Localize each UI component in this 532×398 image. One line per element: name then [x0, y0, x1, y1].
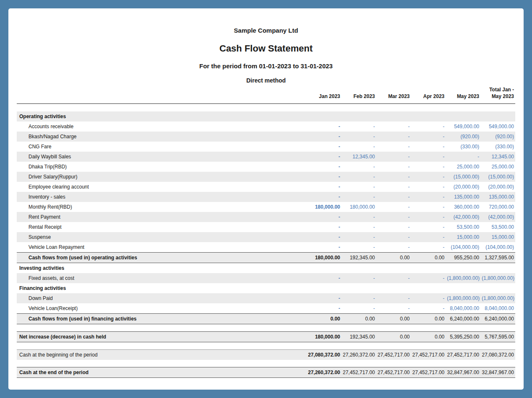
table-row-account: Employee clearing account----(20,000.00)… [17, 182, 515, 192]
table-row-account: Suspense----15,000.0015,000.00 [17, 232, 515, 242]
cell-value [446, 111, 480, 121]
cell-value: 53,500.00 [446, 222, 480, 232]
cell-value: - [376, 142, 411, 152]
table-row-total: Cash flows from (used in) operating acti… [17, 252, 515, 263]
cell-value: 27,452,717.00 [341, 367, 376, 378]
cell-value: - [411, 293, 446, 303]
table-row-account: Bkash/Nagad Charge----(920.00)(920.00) [17, 132, 515, 142]
cell-value: - [307, 152, 341, 162]
cell-value: - [411, 142, 446, 152]
cell-value [307, 111, 341, 121]
row-label: Bkash/Nagad Charge [17, 132, 307, 142]
app-background: { "page": { "background_color": "#4d80a8… [0, 0, 532, 398]
cell-value: - [341, 121, 376, 132]
cell-value: - [341, 182, 376, 192]
total-header-line1: Total Jan - [482, 86, 514, 93]
table-body: Operating activitiesAccounts receivable-… [17, 104, 515, 378]
cell-value: - [411, 303, 446, 314]
cell-value: (1,800,000.00) [480, 293, 515, 303]
cell-value: - [411, 212, 446, 222]
cell-value: (104,000.00) [446, 242, 480, 253]
table-row-account: Dhaka Trip(RBD)----25,000.0025,000.00 [17, 162, 515, 172]
cell-value: - [376, 222, 411, 232]
cell-value: 25,000.00 [480, 162, 515, 172]
cell-value: (42,000.00) [480, 212, 515, 222]
table-row-account: Inventory - sales----135,000.00135,000.0… [17, 192, 515, 202]
table-row-end: Cash at the end of the period27,260,372.… [17, 367, 515, 378]
cell-value: 27,080,372.00 [307, 349, 341, 360]
cell-value [480, 111, 515, 121]
row-label: Daily Waybill Sales [17, 152, 307, 162]
column-header-jan: Jan 2023 [307, 86, 341, 104]
cell-value: - [376, 232, 411, 242]
row-label: Monthly Rent(RBD) [17, 202, 307, 212]
cell-value: 0.00 [376, 252, 411, 263]
cell-value: - [341, 222, 376, 232]
cell-value: (330.00) [480, 142, 515, 152]
cell-value: - [307, 303, 341, 314]
cell-value [341, 263, 376, 273]
cell-value: - [376, 212, 411, 222]
row-label: Financing activities [17, 283, 307, 293]
cell-value: 180,000.00 [307, 202, 341, 212]
row-label: Vehicle Loan Repayment [17, 242, 307, 253]
column-header-mar: Mar 2023 [376, 86, 411, 104]
cell-value: - [411, 172, 446, 182]
cell-value: - [411, 192, 446, 202]
cell-value: - [411, 222, 446, 232]
cell-value: 1,327,595.00 [480, 252, 515, 263]
row-label: Employee clearing account [17, 182, 307, 192]
cell-value: 180,000.00 [341, 202, 376, 212]
cell-value: 135,000.00 [446, 192, 480, 202]
cell-value: 360,000.00 [446, 202, 480, 212]
cell-value [480, 283, 515, 293]
cell-value: - [376, 242, 411, 253]
table-row-net: Net increase (decrease) in cash held180,… [17, 331, 515, 342]
cell-value: (42,000.00) [446, 212, 480, 222]
table-row-account: Accounts receivable----549,000.00549,000… [17, 121, 515, 132]
cell-value [411, 111, 446, 121]
table-row-account: Down Paid----(1,800,000.00)(1,800,000.00… [17, 293, 515, 303]
cell-value: 720,000.00 [480, 202, 515, 212]
cell-value: - [307, 142, 341, 152]
report-card: Sample Company Ltd Cash Flow Statement F… [8, 8, 524, 390]
cell-value: - [307, 293, 341, 303]
cell-value: - [341, 232, 376, 242]
table-row-account: CNG Fare----(330.00)(330.00) [17, 142, 515, 152]
cell-value: (1,800,000.00) [480, 273, 515, 283]
cell-value [341, 111, 376, 121]
cell-value: - [411, 132, 446, 142]
cell-value [446, 263, 480, 273]
spacer-cell [17, 360, 515, 367]
spacer-row [17, 360, 515, 367]
cell-value: 25,000.00 [446, 162, 480, 172]
column-header-may: May 2023 [446, 86, 480, 104]
cell-value: - [376, 303, 411, 314]
cell-value: - [411, 202, 446, 212]
cell-value: - [411, 232, 446, 242]
cell-value: - [376, 293, 411, 303]
column-header-feb: Feb 2023 [341, 86, 376, 104]
cell-value: - [341, 212, 376, 222]
cell-value: (1,800,000.00) [446, 273, 480, 283]
cell-value: (920.00) [480, 132, 515, 142]
cell-value: - [341, 162, 376, 172]
row-label: Dhaka Trip(RBD) [17, 162, 307, 172]
row-label: Rental Receipt [17, 222, 307, 232]
cell-value: 27,260,372.00 [307, 367, 341, 378]
table-row-section: Operating activities [17, 111, 515, 121]
company-name: Sample Company Ltd [17, 27, 515, 34]
cell-value: - [307, 222, 341, 232]
cell-value [307, 263, 341, 273]
report-title: Cash Flow Statement [17, 43, 515, 54]
table-row-account: Driver Salary(Ruppur)----(15,000.00)(15,… [17, 172, 515, 182]
row-label: Fixed assets, at cost [17, 273, 307, 283]
cell-value: - [307, 192, 341, 202]
cell-value: 8,040,000.00 [446, 303, 480, 314]
cell-value: 180,000.00 [307, 252, 341, 263]
table-row-account: Rental Receipt----53,500.0053,500.00 [17, 222, 515, 232]
row-label: Cash at the end of the period [17, 367, 307, 378]
cell-value: 15,000.00 [446, 232, 480, 242]
cell-value: - [307, 132, 341, 142]
row-label: Suspense [17, 232, 307, 242]
